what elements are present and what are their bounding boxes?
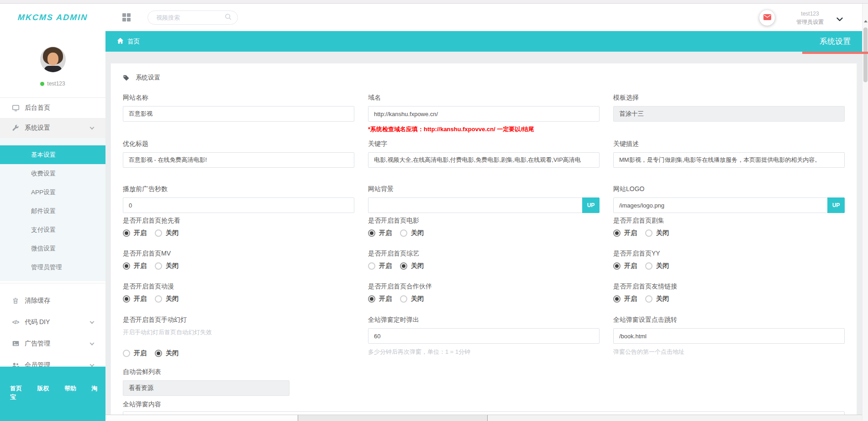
sidebar-item-ads-manage[interactable]: 广告管理	[0, 333, 105, 354]
template-select[interactable]: 首涂十三	[613, 106, 845, 122]
radio-off[interactable]	[400, 295, 407, 303]
radio-off[interactable]	[155, 350, 162, 357]
field-description: 关键描述	[613, 140, 845, 168]
user-chevron-down-icon[interactable]	[836, 15, 843, 23]
mail-button[interactable]	[759, 10, 775, 26]
sidebar-item-label: 广告管理	[25, 340, 50, 348]
radio-on[interactable]	[368, 229, 375, 237]
field-label: 网站名称	[123, 94, 354, 102]
user-menu[interactable]: test123 管理员设置	[796, 11, 824, 26]
radio-off-label[interactable]: 关闭	[411, 262, 424, 270]
radio-off-label[interactable]: 关闭	[656, 262, 669, 270]
radio-on-label[interactable]: 开启	[624, 295, 637, 303]
trash-icon	[11, 297, 20, 305]
radio-off-label[interactable]: 关闭	[166, 262, 179, 270]
radio-off-label[interactable]: 关闭	[166, 229, 179, 237]
radio-on[interactable]	[123, 350, 130, 357]
radio-off-label[interactable]: 关闭	[411, 295, 424, 303]
submenu-item-app-settings[interactable]: APP设置	[0, 183, 105, 202]
radio-off[interactable]	[155, 229, 162, 237]
radio-on-label[interactable]: 开启	[379, 295, 392, 303]
radio-off[interactable]	[400, 229, 407, 237]
field-manual-slides: 是否开启首页手动幻灯 开启手动幻灯后首页自动幻灯失效 开启 关闭	[123, 316, 354, 357]
radio-on-label[interactable]: 开启	[134, 229, 147, 237]
submenu-item-wechat-settings[interactable]: 微信设置	[0, 239, 105, 258]
radio-on-label[interactable]: 开启	[624, 262, 637, 270]
radio-off[interactable]	[645, 229, 652, 237]
app-logo: MKCMS ADMIN	[0, 4, 105, 31]
radio-off[interactable]	[400, 262, 407, 270]
radio-off[interactable]	[645, 262, 652, 270]
scroll-up-arrow-icon[interactable]	[863, 17, 868, 25]
submenu-item-fee-settings[interactable]: 收费设置	[0, 164, 105, 183]
sidebar-item-clear-cache[interactable]: 清除缓存	[0, 290, 105, 311]
site-logo-input[interactable]	[613, 197, 845, 213]
domain-input[interactable]	[368, 106, 600, 122]
user-status: test123	[0, 80, 105, 87]
domain-note: *系统检查域名应填：http://kanshu.fxpovve.cn/ 一定要以…	[368, 125, 600, 133]
radio-off[interactable]	[155, 295, 162, 303]
search-input[interactable]	[156, 14, 224, 21]
site-name-input[interactable]	[123, 106, 354, 122]
radio-off-label[interactable]: 关闭	[166, 295, 179, 303]
sidebar-item-dashboard[interactable]: 后台首页	[0, 98, 105, 118]
section-underline	[802, 52, 868, 54]
radio-on[interactable]	[123, 229, 130, 237]
submenu-item-pay-settings[interactable]: 支付设置	[0, 220, 105, 239]
radio-group-home-variety: 开启 关闭	[368, 262, 600, 270]
submenu-item-admin-manage[interactable]: 管理员管理	[0, 258, 105, 277]
radio-on[interactable]	[123, 262, 130, 270]
site-bg-upload-button[interactable]: UP	[582, 197, 600, 213]
radio-off[interactable]	[155, 262, 162, 270]
footer-link-help[interactable]: 帮助	[64, 385, 76, 392]
site-logo-upload-button[interactable]: UP	[827, 197, 845, 213]
submenu-item-mail-settings[interactable]: 邮件设置	[0, 202, 105, 220]
description-input[interactable]	[613, 152, 845, 168]
popup-link-input[interactable]	[613, 328, 845, 344]
breadcrumb[interactable]: 首页	[113, 37, 140, 46]
field-label: 关键描述	[613, 140, 845, 148]
radio-on-label[interactable]: 开启	[134, 262, 147, 270]
radio-on-label[interactable]: 开启	[134, 295, 147, 303]
field-label: 全站弹窗定时弹出	[368, 316, 600, 324]
system-settings-submenu: 基本设置 收费设置 APP设置 邮件设置 支付设置 微信设置 管理员管理	[0, 138, 105, 281]
code-icon: </>	[11, 318, 20, 326]
radio-off-label[interactable]: 关闭	[656, 229, 669, 237]
site-bg-input[interactable]	[368, 197, 600, 213]
radio-on[interactable]	[613, 229, 621, 237]
sidebar-item-system-settings[interactable]: 系统设置	[0, 118, 105, 138]
seo-title-input[interactable]	[123, 152, 354, 168]
sidebar-item-code-diy[interactable]: </> 代码 DIY	[0, 311, 105, 333]
radio-on[interactable]	[368, 295, 375, 303]
radio-off-label[interactable]: 关闭	[411, 229, 424, 237]
field-label: 是否开启首页合作伙伴	[368, 282, 600, 291]
radio-off-label[interactable]: 关闭	[656, 295, 669, 303]
chevron-down-icon	[90, 362, 95, 367]
radio-group-home-movie: 开启 关闭	[368, 229, 600, 237]
radio-on-label[interactable]: 开启	[379, 262, 392, 270]
radio-on[interactable]	[368, 262, 375, 270]
footer-link-home[interactable]: 首页	[10, 385, 22, 392]
submenu-item-basic-settings[interactable]: 基本设置	[0, 145, 105, 164]
ad-seconds-input[interactable]	[123, 197, 354, 213]
popup-interval-input[interactable]	[368, 328, 600, 344]
apps-grid-icon[interactable]	[122, 13, 131, 21]
field-label: 是否开启首页综艺	[368, 250, 600, 258]
radio-on-label[interactable]: 开启	[134, 349, 147, 357]
footer-link-taobao[interactable]: 淘宝	[10, 385, 97, 400]
field-label: 是否开启首页电影	[368, 217, 600, 225]
field-fresh-list: 自动尝鲜列表 看看资源	[123, 368, 354, 396]
radio-on-label[interactable]: 开启	[379, 229, 392, 237]
page-scrollbar[interactable]	[862, 4, 868, 421]
radio-off-label[interactable]: 关闭	[166, 349, 179, 357]
sidebar-item-label: 清除缓存	[25, 297, 50, 305]
radio-on[interactable]	[123, 295, 130, 303]
keywords-input[interactable]	[368, 152, 600, 168]
radio-on[interactable]	[613, 262, 621, 270]
radio-on[interactable]	[613, 295, 621, 303]
radio-on-label[interactable]: 开启	[624, 229, 637, 237]
scrollbar-thumb[interactable]	[863, 27, 868, 82]
footer-link-copyright[interactable]: 版权	[37, 385, 49, 392]
fresh-list-select[interactable]: 看看资源	[123, 380, 289, 396]
radio-off[interactable]	[645, 295, 652, 303]
